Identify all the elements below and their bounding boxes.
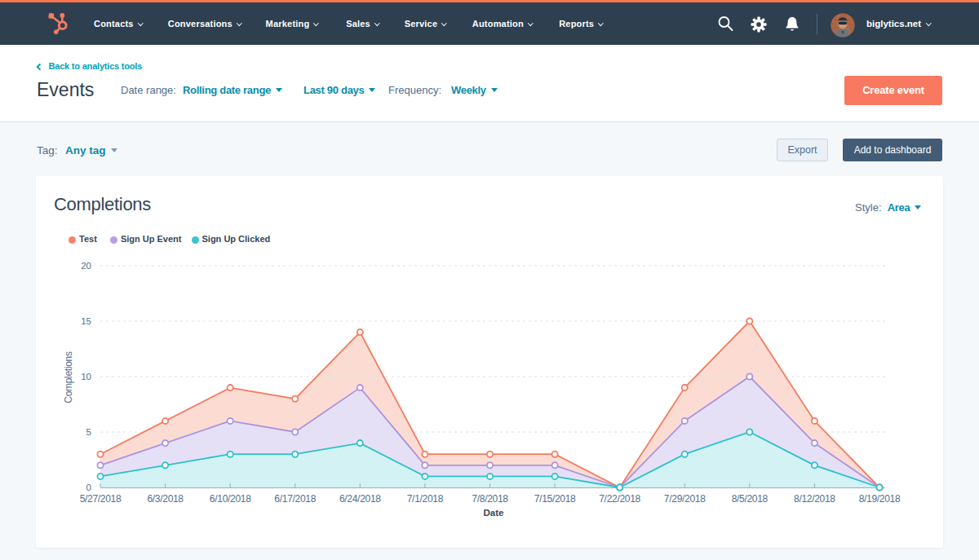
svg-text:8/19/2018: 8/19/2018 [859, 493, 901, 505]
svg-text:20: 20 [81, 261, 91, 271]
svg-text:8/5/2018: 8/5/2018 [732, 493, 769, 505]
svg-text:5: 5 [86, 427, 91, 437]
svg-text:10: 10 [81, 372, 91, 381]
svg-text:6/17/2018: 6/17/2018 [274, 493, 316, 505]
svg-text:7/15/2018: 7/15/2018 [534, 493, 576, 505]
svg-text:0: 0 [86, 483, 91, 492]
svg-text:Completions: Completions [63, 351, 74, 403]
svg-text:6/3/2018: 6/3/2018 [147, 493, 184, 505]
svg-text:8/12/2018: 8/12/2018 [794, 493, 835, 505]
svg-text:5/27/2018: 5/27/2018 [80, 493, 122, 505]
svg-text:7/8/2018: 7/8/2018 [472, 493, 508, 505]
svg-text:6/24/2018: 6/24/2018 [339, 493, 381, 505]
svg-text:15: 15 [81, 316, 91, 326]
svg-text:7/22/2018: 7/22/2018 [599, 493, 640, 505]
svg-text:7/1/2018: 7/1/2018 [407, 493, 444, 505]
svg-text:6/10/2018: 6/10/2018 [210, 493, 251, 505]
svg-text:7/29/2018: 7/29/2018 [664, 493, 706, 505]
svg-text:Date: Date [484, 508, 504, 518]
